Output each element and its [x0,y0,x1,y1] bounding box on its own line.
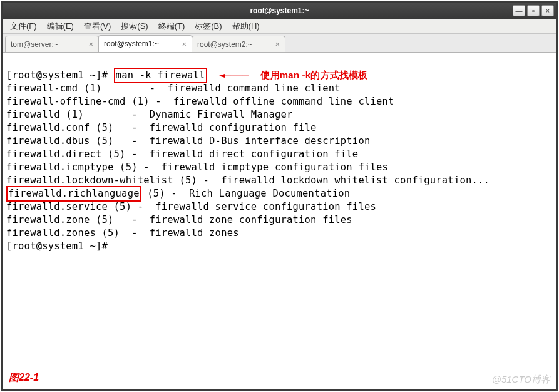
terminal-line: firewalld.icmptype (5) - firewalld icmpt… [6,162,388,173]
window-controls: — ▫ × [513,5,554,16]
terminal-line: firewalld.direct (5) - firewalld direct … [6,148,358,160]
watermark: @51CTO博客 [492,374,550,386]
terminal-line: firewall-cmd (1) - firewalld command lin… [6,83,341,94]
window-title: root@system1:~ [3,6,556,15]
tabbar: tom@server:~ × root@system1:~ × root@sys… [3,34,556,53]
menu-edit[interactable]: 编辑(E) [43,19,78,33]
figure-label: 图22-1 [9,371,39,384]
terminal-line: firewalld.zones (5) - firewalld zones [6,227,239,239]
titlebar: root@system1:~ — ▫ × [3,3,556,19]
tab-label: root@system1:~ [104,39,159,48]
terminal-line: firewalld.dbus (5) - firewalld D-Bus int… [6,135,370,147]
close-icon[interactable]: × [275,39,280,49]
minimize-button[interactable]: — [513,5,525,16]
terminal-line: firewalld.zone (5) - firewalld zone conf… [6,214,352,225]
tab-tom-server[interactable]: tom@server:~ × [5,36,99,52]
prompt: [root@system1 ~]# [6,240,108,252]
menu-tabs[interactable]: 标签(B) [191,19,225,33]
annotation-text: 使用man -k的方式找模板 [260,70,367,80]
terminal-line: firewall-offline-cmd (1) - firewalld off… [6,96,394,107]
close-button[interactable]: × [541,5,554,16]
tab-root-system1[interactable]: root@system1:~ × [98,35,192,52]
terminal-line: firewalld.service (5) - firewalld servic… [6,201,376,212]
maximize-button[interactable]: ▫ [527,5,540,16]
arrow-icon: ◄──── [219,70,249,81]
terminal-line: firewalld.conf (5) - firewalld configura… [6,122,317,133]
close-icon[interactable]: × [88,39,93,49]
highlighted-entry: firewalld.richlanguage [6,186,141,202]
menu-view[interactable]: 查看(V) [80,19,115,33]
highlighted-entry-row: firewalld.richlanguage (5) - Rich Langua… [6,188,350,199]
highlighted-command: man -k firewall [114,68,207,83]
tab-root-system2[interactable]: root@system2:~ × [192,36,285,52]
app-window: root@system1:~ — ▫ × 文件(F) 编辑(E) 查看(V) 搜… [1,1,558,391]
menu-help[interactable]: 帮助(H) [228,19,264,33]
terminal-line: firewalld (1) - Dynamic Firewall Manager [6,109,293,120]
prompt: [root@system1 ~]# [6,70,108,81]
tab-label: tom@server:~ [11,40,58,49]
terminal-line: firewalld.lockdown-whitelist (5) - firew… [6,175,490,186]
terminal-output[interactable]: [root@system1 ~]# man -k firewall ◄──── … [3,53,556,269]
menu-terminal[interactable]: 终端(T) [155,19,189,33]
close-icon[interactable]: × [182,39,187,49]
tab-label: root@system2:~ [197,40,252,49]
menu-file[interactable]: 文件(F) [6,19,41,33]
menu-search[interactable]: 搜索(S) [117,19,151,33]
menubar: 文件(F) 编辑(E) 查看(V) 搜索(S) 终端(T) 标签(B) 帮助(H… [3,19,556,34]
